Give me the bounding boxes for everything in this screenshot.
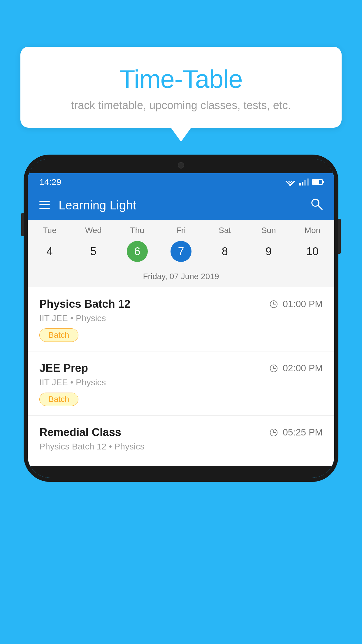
svg-rect-6: [39, 204, 50, 205]
date-8[interactable]: 8: [203, 241, 247, 262]
day-headers: Tue Wed Thu Fri Sat Sun Mon: [28, 220, 334, 238]
status-time: 14:29: [39, 177, 61, 187]
schedule-item-1-badge: Batch: [39, 328, 78, 342]
schedule-item-2-badge: Batch: [39, 393, 78, 406]
day-header-wed: Wed: [71, 226, 115, 235]
day-header-tue: Tue: [28, 226, 71, 235]
schedule-item-2-title: JEE Prep: [39, 362, 88, 374]
bubble-title: Time-Table: [44, 64, 318, 94]
schedule-item-1[interactable]: Physics Batch 12 01:00 PM IIT JEE • Ph: [28, 287, 334, 351]
svg-rect-7: [39, 208, 50, 209]
status-bar: 14:29: [28, 173, 334, 191]
date-9[interactable]: 9: [247, 241, 290, 262]
phone-wrapper: 14:29: [24, 155, 338, 482]
day-header-thu: Thu: [115, 226, 159, 235]
schedule-item-2-time: 02:00 PM: [269, 363, 323, 374]
selected-date-label: Friday, 07 June 2019: [28, 268, 334, 287]
svg-line-9: [318, 205, 322, 209]
date-10[interactable]: 10: [291, 241, 334, 262]
speech-bubble-container: Time-Table track timetable, upcoming cla…: [20, 47, 342, 128]
schedule-item-2-subtitle: IIT JEE • Physics: [39, 377, 323, 387]
app-bar: Learning Light: [28, 191, 334, 220]
power-button: [338, 219, 341, 254]
schedule-item-3-header: Remedial Class 05:25 PM: [39, 426, 323, 439]
schedule-item-3-subtitle: Physics Batch 12 • Physics: [39, 442, 323, 452]
date-7-selected[interactable]: 7: [171, 241, 191, 262]
search-icon[interactable]: [310, 198, 323, 213]
schedule-item-3-time: 05:25 PM: [269, 427, 323, 438]
wifi-icon: [285, 178, 296, 186]
schedule-item-1-title: Physics Batch 12: [39, 298, 131, 310]
hamburger-icon[interactable]: [39, 199, 50, 211]
schedule-list: Physics Batch 12 01:00 PM IIT JEE • Ph: [28, 287, 334, 466]
day-header-fri: Fri: [159, 226, 203, 235]
phone-frame: 14:29: [24, 155, 338, 482]
date-4[interactable]: 4: [28, 241, 71, 262]
status-icons: [285, 178, 323, 186]
day-dates: 4 5 6 7 8 9 10: [28, 238, 334, 268]
schedule-item-3[interactable]: Remedial Class 05:25 PM Physics Batch: [28, 416, 334, 466]
schedule-item-1-time: 01:00 PM: [269, 299, 323, 309]
phone-notch-area: [28, 159, 334, 173]
schedule-item-2[interactable]: JEE Prep 02:00 PM IIT JEE • Physics: [28, 351, 334, 416]
schedule-item-1-subtitle: IIT JEE • Physics: [39, 313, 323, 323]
schedule-item-2-header: JEE Prep 02:00 PM: [39, 362, 323, 374]
phone-bottom-bar: [28, 466, 334, 478]
bubble-subtitle: track timetable, upcoming classes, tests…: [44, 99, 318, 112]
speech-bubble: Time-Table track timetable, upcoming cla…: [20, 47, 342, 128]
date-6-today[interactable]: 6: [127, 241, 148, 262]
day-header-sat: Sat: [203, 226, 247, 235]
signal-icon: [299, 178, 309, 186]
battery-icon: [312, 179, 323, 185]
calendar-section: Tue Wed Thu Fri Sat Sun Mon 4 5 6 7 8: [28, 220, 334, 287]
date-5[interactable]: 5: [71, 241, 115, 262]
phone-screen: 14:29: [28, 173, 334, 466]
schedule-item-3-title: Remedial Class: [39, 426, 121, 439]
schedule-item-1-header: Physics Batch 12 01:00 PM: [39, 298, 323, 310]
app-title: Learning Light: [59, 198, 310, 212]
camera: [178, 162, 184, 169]
day-header-sun: Sun: [247, 226, 290, 235]
notch: [152, 159, 210, 172]
volume-button: [21, 213, 24, 236]
day-header-mon: Mon: [291, 226, 334, 235]
svg-rect-5: [39, 201, 50, 202]
